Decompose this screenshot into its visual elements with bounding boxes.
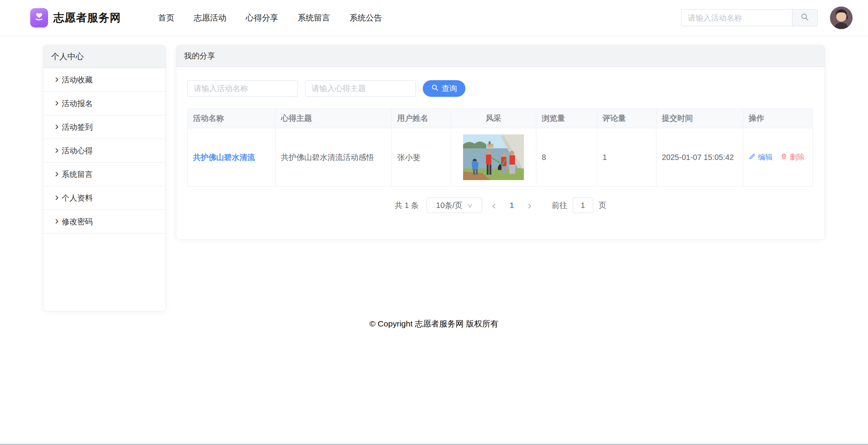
personal-center-sidebar: 个人中心 › 活动收藏 › 活动报名 › 活动签到 › 活动心得 › 系统留言 … — [43, 45, 166, 311]
activity-name-filter-input[interactable] — [187, 80, 298, 97]
edit-button[interactable]: 编辑 — [749, 152, 773, 162]
filter-bar: 查询 — [187, 80, 814, 97]
sidebar-item-activity-signup[interactable]: › 活动报名 — [43, 92, 165, 115]
table-row: 共护佛山碧水清流 共护佛山碧水清流活动感悟 张小斐 — [188, 128, 813, 187]
sidebar-item-profile[interactable]: › 个人资料 — [43, 186, 165, 210]
sidebar-item-label: 活动心得 — [62, 146, 93, 156]
goto-page-input[interactable] — [573, 198, 593, 213]
pagination: 共 1 条 10条/页 ∨ ‹ 1 › 前往 页 — [187, 198, 814, 213]
nav-activities[interactable]: 志愿活动 — [194, 12, 226, 23]
sidebar-item-label: 个人资料 — [62, 193, 93, 203]
query-button-label: 查询 — [442, 83, 457, 94]
col-actions: 操作 — [743, 109, 813, 128]
delete-label: 删除 — [790, 152, 804, 162]
comments-cell: 1 — [597, 128, 656, 187]
col-topic: 心得主题 — [276, 109, 392, 128]
top-navigation-bar: 志愿者服务网 首页 志愿活动 心得分享 系统留言 系统公告 — [0, 0, 868, 36]
table-header-row: 活动名称 心得主题 用户姓名 风采 浏览量 评论量 提交时间 操作 — [188, 109, 813, 128]
prev-page-button[interactable]: ‹ — [487, 199, 501, 211]
header-search-input[interactable] — [681, 9, 792, 26]
sidebar-item-activity-checkin[interactable]: › 活动签到 — [43, 115, 165, 139]
activity-photo[interactable] — [463, 134, 524, 180]
chevron-right-icon: › — [55, 122, 59, 130]
user-name-cell: 张小斐 — [392, 128, 451, 187]
col-views: 浏览量 — [536, 109, 597, 128]
actions-cell: 编辑 删除 — [743, 128, 813, 187]
sidebar-item-label: 活动收藏 — [62, 75, 93, 85]
header-search-group — [681, 9, 818, 26]
pencil-icon — [749, 153, 756, 162]
trash-icon — [780, 153, 787, 162]
col-user-name: 用户姓名 — [392, 109, 451, 128]
shares-table: 活动名称 心得主题 用户姓名 风采 浏览量 评论量 提交时间 操作 共护佛山碧水… — [187, 108, 813, 187]
page-content: 个人中心 › 活动收藏 › 活动报名 › 活动签到 › 活动心得 › 系统留言 … — [0, 36, 868, 311]
col-submit-time: 提交时间 — [656, 109, 743, 128]
user-avatar[interactable] — [830, 7, 852, 29]
experience-topic-filter-input[interactable] — [305, 80, 416, 97]
header-search-button[interactable] — [792, 9, 818, 26]
my-shares-panel: 我的分享 查询 — [176, 45, 825, 240]
activity-name-link[interactable]: 共护佛山碧水清流 — [188, 128, 276, 187]
nav-announcements[interactable]: 系统公告 — [350, 12, 382, 23]
chevron-right-icon: › — [55, 170, 59, 177]
topic-cell: 共护佛山碧水清流活动感悟 — [276, 128, 392, 187]
col-activity-name: 活动名称 — [188, 109, 276, 128]
nav-home[interactable]: 首页 — [158, 12, 174, 23]
chevron-right-icon: › — [55, 75, 59, 83]
sidebar-item-label: 活动签到 — [62, 122, 93, 132]
pagination-total: 共 1 条 — [394, 200, 418, 211]
main-nav: 首页 志愿活动 心得分享 系统留言 系统公告 — [158, 12, 382, 23]
goto-label: 前往 — [552, 200, 567, 211]
copyright-footer: © Copyright 志愿者服务网 版权所有 — [0, 318, 868, 329]
sidebar-title: 个人中心 — [43, 45, 165, 68]
nav-messages[interactable]: 系统留言 — [298, 12, 330, 23]
panel-body: 查询 活动名称 心得主题 用户姓名 风采 浏览量 评论量 提交时 — [176, 67, 825, 213]
page-unit-label: 页 — [599, 200, 606, 211]
sidebar-item-label: 活动报名 — [62, 98, 93, 109]
chevron-right-icon: › — [55, 146, 59, 154]
chevron-down-icon: ∨ — [467, 202, 473, 209]
submit-time-cell: 2025-01-07 15:05:42 — [656, 128, 743, 187]
next-page-button[interactable]: › — [523, 199, 536, 211]
sidebar-item-change-password[interactable]: › 修改密码 — [43, 210, 165, 234]
chevron-right-icon: › — [55, 193, 59, 201]
col-photo: 风采 — [451, 109, 536, 128]
views-cell: 8 — [536, 128, 597, 187]
search-icon — [801, 13, 809, 23]
photo-cell — [451, 128, 536, 187]
brand-logo — [30, 8, 48, 27]
sidebar-item-label: 修改密码 — [62, 216, 93, 227]
search-icon — [431, 84, 439, 93]
col-comments: 评论量 — [597, 109, 656, 128]
query-button[interactable]: 查询 — [423, 80, 465, 97]
delete-button[interactable]: 删除 — [780, 152, 804, 162]
heart-hand-icon — [33, 11, 45, 24]
chevron-right-icon: › — [55, 217, 59, 225]
nav-experience-share[interactable]: 心得分享 — [246, 12, 278, 23]
site-title: 志愿者服务网 — [53, 10, 121, 25]
page-size-select[interactable]: 10条/页 ∨ — [427, 198, 482, 213]
sidebar-item-label: 系统留言 — [62, 169, 93, 180]
panel-title: 我的分享 — [176, 45, 825, 67]
current-page-number[interactable]: 1 — [506, 201, 518, 210]
sidebar-item-activity-favorites[interactable]: › 活动收藏 — [43, 68, 165, 92]
chevron-right-icon: › — [55, 99, 59, 107]
page-size-value: 10条/页 — [436, 200, 462, 211]
sidebar-item-activity-experience[interactable]: › 活动心得 — [43, 139, 165, 163]
edit-label: 编辑 — [758, 152, 773, 162]
sidebar-item-system-messages[interactable]: › 系统留言 — [43, 163, 165, 186]
